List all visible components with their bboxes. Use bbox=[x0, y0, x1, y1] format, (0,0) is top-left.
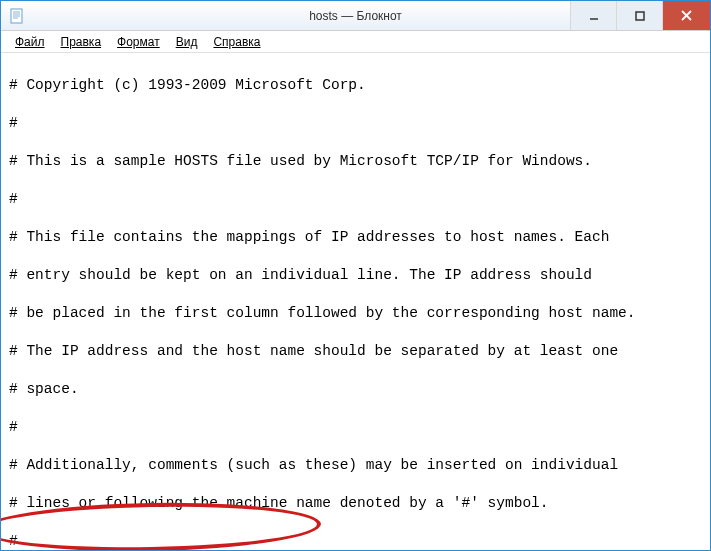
text-line: # lines or following the machine name de… bbox=[9, 494, 702, 513]
window-controls bbox=[570, 1, 710, 30]
notepad-icon bbox=[9, 8, 25, 24]
titlebar: hosts — Блокнот bbox=[1, 1, 710, 31]
text-line: # entry should be kept on an individual … bbox=[9, 266, 702, 285]
svg-rect-6 bbox=[636, 12, 644, 20]
text-line: # bbox=[9, 418, 702, 437]
maximize-button[interactable] bbox=[616, 1, 662, 30]
text-line: # bbox=[9, 532, 702, 550]
text-line: # be placed in the first column followed… bbox=[9, 304, 702, 323]
text-line: # Additionally, comments (such as these)… bbox=[9, 456, 702, 475]
window-title: hosts — Блокнот bbox=[309, 9, 402, 23]
text-line: # This is a sample HOSTS file used by Mi… bbox=[9, 152, 702, 171]
minimize-button[interactable] bbox=[570, 1, 616, 30]
text-line: # bbox=[9, 114, 702, 133]
text-line: # This file contains the mappings of IP … bbox=[9, 228, 702, 247]
text-editor-area[interactable]: # Copyright (c) 1993-2009 Microsoft Corp… bbox=[1, 53, 710, 550]
close-button[interactable] bbox=[662, 1, 710, 30]
menubar: Файл Правка Формат Вид Справка bbox=[1, 31, 710, 53]
menu-view[interactable]: Вид bbox=[168, 33, 206, 51]
text-line: # bbox=[9, 190, 702, 209]
text-line: # space. bbox=[9, 380, 702, 399]
menu-edit[interactable]: Правка bbox=[53, 33, 110, 51]
menu-help[interactable]: Справка bbox=[205, 33, 268, 51]
text-line: # Copyright (c) 1993-2009 Microsoft Corp… bbox=[9, 76, 702, 95]
text-line: # The IP address and the host name shoul… bbox=[9, 342, 702, 361]
menu-format[interactable]: Формат bbox=[109, 33, 168, 51]
menu-file[interactable]: Файл bbox=[7, 33, 53, 51]
